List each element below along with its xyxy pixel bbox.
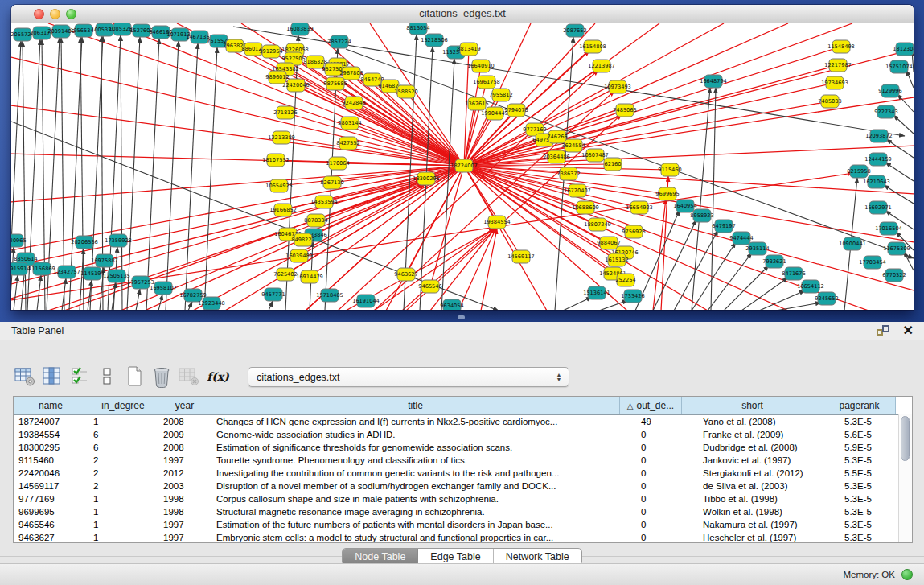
graph-node[interactable]: 6770322: [882, 269, 906, 282]
graph-node[interactable]: 16914479: [296, 270, 323, 283]
graph-node[interactable]: 1170064: [326, 157, 349, 170]
table-row[interactable]: 1872400712008Changes of HCN gene express…: [14, 415, 912, 428]
graph-node[interactable]: 746266: [547, 130, 567, 143]
table-row[interactable]: 946554611997Estimation of the future num…: [14, 518, 912, 531]
graph-node[interactable]: 18107552: [262, 154, 290, 167]
window-minimize-button[interactable]: [50, 9, 60, 19]
table-source-dropdown[interactable]: citations_edges.txt ▲▼: [248, 367, 569, 387]
table-row[interactable]: 969969511998Structural magnetic resonanc…: [14, 505, 912, 518]
table-row[interactable]: 911546021997Tourette syndrome. Phenomeno…: [14, 454, 912, 467]
graph-node[interactable]: 9756928: [622, 225, 645, 238]
graph-node[interactable]: 15751074: [885, 60, 913, 73]
close-panel-icon[interactable]: ✕: [903, 325, 914, 336]
graph-node[interactable]: 15718485: [316, 289, 343, 302]
graph-node[interactable]: 12505135: [103, 270, 130, 282]
graph-node[interactable]: 7955812: [489, 89, 512, 101]
graph-node[interactable]: 1733426: [621, 290, 644, 303]
function-builder-button[interactable]: f(x): [204, 365, 232, 389]
graph-node[interactable]: 2967808: [339, 67, 363, 80]
graph-node[interactable]: 9227343: [874, 105, 897, 118]
tab-network-table[interactable]: Network Table: [494, 549, 581, 565]
table-row[interactable]: 1456911722003Disruption of a novel membe…: [14, 480, 912, 492]
graph-node[interactable]: 9457771: [261, 288, 285, 301]
graph-node[interactable]: 1640954: [673, 200, 696, 212]
graph-node[interactable]: 6479197: [712, 220, 735, 233]
graph-node[interactable]: 8267130: [320, 176, 343, 189]
graph-node[interactable]: 2935114: [745, 242, 769, 255]
table-settings-button[interactable]: [13, 365, 37, 389]
graph-node[interactable]: 16191044: [352, 295, 380, 307]
graph-node[interactable]: 14569117: [507, 250, 535, 263]
graph-node[interactable]: 1588520: [394, 85, 417, 98]
graph-node[interactable]: 8215958: [847, 165, 870, 178]
window-zoom-button[interactable]: [66, 9, 76, 19]
graph-node[interactable]: 9474444: [729, 232, 753, 245]
graph-node[interactable]: 9245652: [815, 292, 838, 305]
graph-node[interactable]: 15218506: [421, 34, 448, 47]
scrollbar-thumb[interactable]: [901, 416, 910, 461]
select-all-button[interactable]: [68, 365, 92, 389]
tab-node-table[interactable]: Node Table: [343, 549, 418, 565]
column-header-year[interactable]: year: [158, 397, 211, 414]
graph-node[interactable]: 8878334: [304, 214, 327, 227]
graph-node[interactable]: 11675309: [883, 242, 910, 255]
graph-node[interactable]: 8427552: [336, 137, 359, 150]
graph-node[interactable]: 9875685: [323, 77, 347, 90]
graph-node[interactable]: 9896012: [265, 71, 289, 84]
graph-node[interactable]: 9794078: [504, 104, 528, 117]
row-height-button[interactable]: [95, 365, 119, 389]
graph-node[interactable]: 11548498: [827, 40, 855, 53]
graph-node[interactable]: 62160: [604, 158, 622, 171]
tab-edge-table[interactable]: Edge Table: [418, 549, 493, 565]
column-header-title[interactable]: title: [211, 397, 620, 414]
graph-node[interactable]: 2087652: [563, 24, 586, 37]
graph-node[interactable]: 8471676: [782, 267, 805, 280]
graph-node[interactable]: 12213389: [268, 131, 295, 144]
graph-node[interactable]: 7386372: [556, 167, 580, 180]
graph-node[interactable]: 7485033: [818, 95, 841, 108]
network-view-window[interactable]: citations_edges.txt 20557242063174208914…: [11, 5, 914, 310]
graph-node[interactable]: 16975887: [91, 254, 118, 267]
new-table-button[interactable]: [122, 365, 146, 389]
graph-node[interactable]: 9463627: [394, 268, 417, 281]
graph-node[interactable]: 17016504: [875, 222, 902, 235]
graph-node[interactable]: 1145194: [80, 267, 104, 280]
graph-node[interactable]: 7485063: [613, 104, 636, 117]
graph-node[interactable]: 3624554: [561, 139, 585, 152]
graph-node[interactable]: 7857224: [327, 35, 351, 48]
graph-node[interactable]: 10654112: [797, 280, 824, 293]
column-header-pagerank[interactable]: pagerank: [823, 397, 896, 414]
graph-node[interactable]: 2718126: [273, 106, 297, 119]
graph-node[interactable]: 19384554: [483, 216, 511, 229]
graph-node[interactable]: 8813419: [457, 43, 480, 56]
graph-node[interactable]: 17359928: [105, 234, 132, 247]
graph-node[interactable]: 9634054: [440, 299, 463, 310]
float-panel-icon[interactable]: [877, 325, 890, 337]
graph-node[interactable]: 8813054: [406, 23, 429, 35]
graph-node[interactable]: 17703454: [859, 256, 886, 269]
delete-table-button[interactable]: [150, 365, 174, 389]
table-scrollbar[interactable]: [898, 414, 912, 542]
graph-node[interactable]: 2803144: [338, 117, 361, 130]
table-row[interactable]: 1938455462009Genome-wide association stu…: [14, 428, 912, 441]
graph-node[interactable]: 16083839: [286, 23, 314, 35]
column-header-short[interactable]: short: [682, 397, 823, 414]
graph-node[interactable]: 12217987: [824, 59, 852, 72]
graph-node[interactable]: 1615132: [605, 253, 628, 266]
table-row[interactable]: 2242004622012Investigating the contribut…: [14, 467, 912, 480]
graph-node[interactable]: 8498222: [291, 233, 314, 246]
graph-node[interactable]: 2520965: [11, 234, 27, 247]
graph-node[interactable]: 18640910: [467, 60, 495, 72]
column-header-in-degree[interactable]: in_degree: [88, 397, 158, 414]
graph-node[interactable]: 15136141: [583, 286, 610, 299]
graph-node[interactable]: 7932621: [762, 255, 786, 268]
graph-node[interactable]: 19734693: [821, 76, 848, 89]
graph-node[interactable]: 9465546: [418, 280, 441, 293]
table-row[interactable]: 1830029562008Estimation of significance …: [14, 441, 912, 454]
graph-node[interactable]: 1812304: [893, 43, 914, 56]
table-row[interactable]: 977716911998Corpus callosum shape and si…: [14, 492, 912, 505]
graph-node[interactable]: 9129996: [878, 84, 901, 97]
splitter-handle[interactable]: [458, 315, 465, 319]
graph-node[interactable]: 9242848: [342, 97, 365, 109]
column-header-out-degree[interactable]: △ out_de...: [620, 397, 682, 414]
